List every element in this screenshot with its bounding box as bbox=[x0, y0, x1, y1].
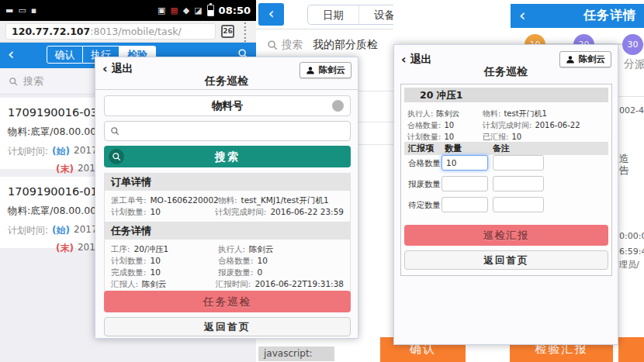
task-inspection-button[interactable]: 任务巡检 bbox=[104, 291, 351, 312]
order-details-section: 订单详情 派工单号:MO-1606220002 物料:test_KMJ1/tes… bbox=[104, 173, 351, 223]
back-icon[interactable]: ‹ bbox=[8, 46, 23, 63]
end-tag: (末) bbox=[56, 242, 74, 255]
material-value: test_KMJ1/test开门机1 bbox=[241, 195, 329, 205]
task-inspection-dialog: ‹退出 任务巡检 陈剑云 物料号 搜索 订单详情 派工单号:MO-16062 bbox=[95, 57, 358, 339]
screenshot-root: ▬ ▭ ▪ ▣ ▦ ◆ ◪ 08:50 120.77.72.107:8013/m… bbox=[0, 0, 644, 362]
right-app-header: ‹ 任务详情 bbox=[511, 4, 644, 28]
network-off-icon: ◪ bbox=[194, 6, 202, 15]
url-field[interactable]: 120.77.72.107:8013/mobile/task/ bbox=[5, 23, 216, 40]
row-label-pending: 待定数量 bbox=[408, 200, 441, 211]
pending-remark-input[interactable] bbox=[493, 197, 544, 212]
plan-time-label: 计划时间: bbox=[8, 145, 48, 158]
partial-admin: 理员/ bbox=[619, 259, 639, 271]
tab-confirm[interactable]: 确认 bbox=[47, 46, 83, 64]
report-table-header: 汇报项 数量 备注 bbox=[404, 142, 608, 155]
step-30[interactable]: 30 bbox=[622, 34, 643, 55]
scrap-qty-input[interactable] bbox=[441, 176, 488, 191]
section-title: 我的部分质检 bbox=[313, 38, 378, 52]
back-icon[interactable]: ‹ bbox=[519, 7, 535, 24]
section-header: 任务详情 bbox=[105, 222, 350, 240]
current-user-button[interactable]: 陈剑云 bbox=[299, 62, 352, 78]
android-status-bar: ▬ ▭ ▪ ▣ ▦ ◆ ◪ 08:50 bbox=[0, 0, 256, 21]
inspection-report-submit-button[interactable]: 巡检汇报 bbox=[404, 225, 608, 246]
user-icon bbox=[306, 66, 315, 75]
url-path: :8013/mobile/task/ bbox=[90, 26, 181, 37]
wifi-icon: ◆ bbox=[183, 6, 189, 15]
cast-icon: ▣ bbox=[158, 6, 165, 15]
pending-qty-input[interactable] bbox=[441, 197, 488, 212]
user-icon bbox=[566, 55, 575, 64]
page-title: 任务详情 bbox=[583, 8, 636, 24]
plan-qty: 10 bbox=[151, 207, 161, 216]
inspection-report-dialog: ‹退出 任务巡检 陈剑云 20 冲压1 执行人:陈剑云 物料:test开门机1 … bbox=[393, 44, 618, 345]
search-placeholder: 搜索 bbox=[23, 74, 43, 88]
process-section-header: 20 冲压1 bbox=[404, 88, 608, 102]
current-user-button[interactable]: 陈剑云 bbox=[559, 51, 612, 67]
section-header: 订单详情 bbox=[105, 174, 350, 191]
report-card: 20 冲压1 执行人:陈剑云 物料:test开门机1 合格数量:10 计划完成时… bbox=[400, 84, 612, 276]
partial-order-no: 002-49 bbox=[619, 105, 644, 115]
plan-finish-time: 2016-06-22 23:59 bbox=[270, 207, 344, 216]
qualified-remark-input[interactable] bbox=[493, 155, 544, 171]
start-tag: (始) bbox=[52, 224, 70, 237]
start-tag: (始) bbox=[52, 145, 70, 158]
process-value: 20/冲压1 bbox=[134, 244, 169, 253]
browser-menu-button[interactable]: ⋮⋮ bbox=[240, 21, 251, 43]
row-label-qualified: 合格数量 bbox=[408, 158, 441, 169]
dispatch-order-no: MO-1606220002 bbox=[151, 195, 219, 205]
executor-value: 陈剑云 bbox=[249, 244, 274, 253]
partial-time: 0:00:0 bbox=[619, 231, 644, 241]
plan-time-label: 计划时间: bbox=[8, 224, 48, 237]
sim-icon: ▪ bbox=[31, 6, 36, 15]
partial-text: 告 bbox=[619, 164, 629, 178]
separator bbox=[618, 96, 644, 97]
browser-link-preview: javascript: bbox=[258, 346, 334, 361]
button-fragment[interactable] bbox=[618, 337, 644, 362]
dispatch-label: 分派 bbox=[624, 57, 644, 71]
toggle-dot-icon bbox=[332, 100, 344, 112]
end-tag: (末) bbox=[56, 163, 74, 176]
tab-count-button[interactable]: 26 bbox=[221, 25, 234, 38]
task-details-section: 任务详情 工序:20/冲压1 执行人:陈剑云 计划数量:10 合格数量:10 完… bbox=[104, 222, 351, 295]
app-notification-icon: ▦ bbox=[170, 6, 178, 15]
back-home-button[interactable]: 返回首页 bbox=[404, 250, 608, 270]
back-button[interactable]: ‹ bbox=[258, 3, 284, 26]
qualified-qty-input[interactable] bbox=[441, 155, 488, 171]
clock: 08:50 bbox=[219, 5, 251, 16]
material-no-selector[interactable]: 物料号 bbox=[104, 95, 351, 116]
video-record-icon: ▬ bbox=[5, 6, 13, 15]
url-host: 120.77.72.107 bbox=[12, 26, 90, 37]
tab-date[interactable]: 日期 bbox=[308, 5, 359, 24]
report-time: 2016-06-22T19:31:38 bbox=[254, 279, 344, 288]
scrap-remark-input[interactable] bbox=[493, 176, 544, 191]
screenshot-icon: ▭ bbox=[18, 6, 26, 15]
search-button[interactable]: 搜索 bbox=[104, 146, 351, 167]
browser-url-bar: 120.77.72.107:8013/mobile/task/ 26 ⋮⋮ bbox=[0, 21, 256, 43]
partial-time: 6:59:4 bbox=[619, 247, 644, 257]
battery-icon bbox=[207, 5, 214, 16]
back-home-button[interactable]: 返回首页 bbox=[104, 317, 351, 336]
search-icon bbox=[110, 126, 119, 136]
row-label-scrap: 报废数量 bbox=[408, 179, 441, 190]
search-icon bbox=[267, 40, 278, 50]
search-icon bbox=[109, 149, 124, 164]
search-icon bbox=[9, 77, 18, 86]
search-field[interactable]: 搜索 bbox=[267, 38, 303, 52]
material-search-input[interactable] bbox=[104, 121, 351, 141]
